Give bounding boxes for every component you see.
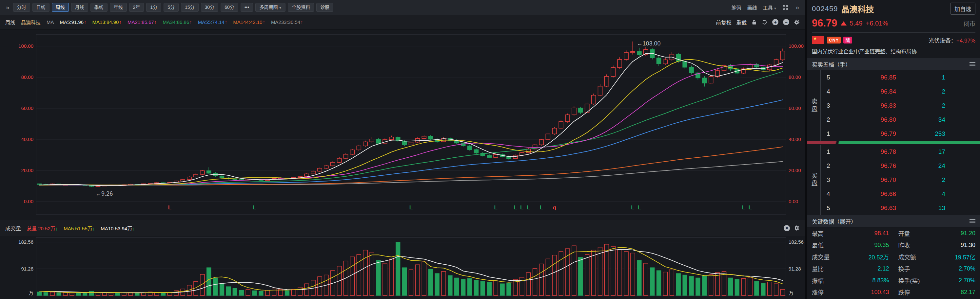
- order-price[interactable]: 96.70: [837, 176, 896, 184]
- event-marker[interactable]: L: [638, 204, 641, 211]
- order-price[interactable]: 96.78: [837, 148, 896, 155]
- key-data-cell: 成交量20.52万: [807, 251, 894, 263]
- key-data-label: 成交额: [898, 253, 916, 261]
- chips-button[interactable]: 筹码: [731, 4, 741, 11]
- price-change-percent: +6.01%: [866, 20, 888, 27]
- key-data-cell: 振幅8.83%: [807, 274, 894, 286]
- stock-profile-button[interactable]: 个股资料: [288, 3, 314, 12]
- event-marker[interactable]: L: [514, 204, 517, 211]
- sector-link[interactable]: 光伏设备：+4.97%: [929, 36, 975, 44]
- period-tab[interactable]: 分时: [13, 3, 30, 12]
- diagnose-button[interactable]: 诊股: [316, 3, 333, 12]
- period-tab[interactable]: 周线: [52, 3, 69, 12]
- order-price[interactable]: 96.66: [837, 190, 896, 198]
- order-volume: 2: [896, 88, 945, 95]
- key-data-title[interactable]: 关键数据（展开）: [812, 217, 856, 225]
- price-chart-svg[interactable]: 100.00100.0080.0080.0060.0060.0040.0040.…: [0, 29, 805, 220]
- zoom-in-icon[interactable]: +: [772, 19, 778, 25]
- event-marker[interactable]: L: [748, 204, 752, 211]
- key-data-grid: 最高98.41开盘91.20最低90.35昨收91.30成交量20.52万成交额…: [807, 227, 980, 298]
- order-book-row[interactable]: 396.832: [821, 98, 980, 112]
- order-book-row[interactable]: 596.851: [821, 70, 980, 84]
- period-toolbar: » 分时日线周线月线季线年线2年1分5分15分30分60分 ••• 多周期图▼ …: [0, 0, 805, 15]
- order-book-row[interactable]: 196.79253: [821, 127, 980, 141]
- event-marker[interactable]: L: [253, 204, 256, 211]
- key-data-label: 最高: [812, 229, 824, 237]
- fullscreen-icon[interactable]: [782, 5, 788, 11]
- order-price[interactable]: 96.63: [837, 204, 896, 212]
- period-tab[interactable]: 年线: [110, 3, 127, 12]
- order-book-row[interactable]: 296.7624: [821, 159, 980, 173]
- order-book-row[interactable]: 196.7817: [821, 145, 980, 159]
- period-tab[interactable]: 季线: [91, 3, 108, 12]
- multi-period-button[interactable]: 多周期图▼: [255, 3, 285, 12]
- order-price[interactable]: 96.84: [837, 88, 896, 95]
- order-book-row[interactable]: 396.702: [821, 173, 980, 187]
- company-description[interactable]: 国内光伏行业企业中产业链完整、结构布局协...: [807, 45, 980, 58]
- tools-button[interactable]: 工具▼: [763, 4, 776, 11]
- key-data-label: 换手: [898, 264, 910, 273]
- up-arrow-icon: ↑: [119, 19, 122, 25]
- ma-value: MA144:42.10↑: [233, 19, 265, 25]
- period-tab[interactable]: 1分: [146, 3, 161, 12]
- collapse-left-icon[interactable]: »: [5, 4, 11, 11]
- order-book-row[interactable]: 296.8034: [821, 112, 980, 127]
- reload-button[interactable]: 重载: [736, 18, 747, 26]
- more-periods-button[interactable]: •••: [240, 3, 253, 12]
- menu-icon[interactable]: [969, 62, 975, 66]
- event-marker[interactable]: L: [494, 204, 497, 211]
- period-tab[interactable]: 60分: [221, 3, 238, 12]
- gear-icon[interactable]: [794, 225, 800, 231]
- order-price[interactable]: 96.80: [837, 116, 896, 123]
- period-tab[interactable]: 30分: [201, 3, 219, 12]
- event-marker[interactable]: q: [553, 204, 556, 211]
- event-marker[interactable]: L: [540, 204, 543, 211]
- key-data-label: 最低: [812, 241, 824, 249]
- undo-icon[interactable]: [762, 19, 768, 25]
- event-marker[interactable]: L: [742, 204, 745, 211]
- ma-value: MA34:86.86↑: [162, 19, 192, 25]
- order-price[interactable]: 96.85: [837, 74, 896, 81]
- volume-indicator-bar: 成交量 总量:20.52万↓ MA5:51.55万↓ MA10:53.94万↓ …: [0, 220, 805, 236]
- period-tab[interactable]: 15分: [181, 3, 199, 12]
- order-volume: 34: [896, 116, 945, 123]
- zoom-out-icon[interactable]: −: [783, 19, 789, 25]
- adjust-mode-button[interactable]: 前复权: [716, 18, 732, 26]
- key-data-value: 19.57亿: [916, 253, 976, 261]
- order-book-row[interactable]: 496.664: [821, 187, 980, 201]
- order-price[interactable]: 96.76: [837, 162, 896, 169]
- event-marker[interactable]: L: [520, 204, 523, 211]
- volume-chart[interactable]: 182.56182.5691.2891.28万万: [0, 236, 805, 299]
- period-tab[interactable]: 月线: [71, 3, 88, 12]
- key-data-cell: 涨停100.43: [807, 286, 894, 298]
- key-data-value: 90.35: [824, 242, 889, 248]
- event-marker[interactable]: L: [168, 204, 172, 211]
- collapse-right-icon[interactable]: »: [794, 4, 800, 11]
- event-marker[interactable]: L: [409, 204, 413, 211]
- event-marker[interactable]: L: [527, 204, 530, 211]
- period-tab[interactable]: 日线: [32, 3, 49, 12]
- candlestick-chart[interactable]: 100.00100.0080.0080.0060.0060.0040.0040.…: [0, 29, 805, 220]
- period-tab[interactable]: 5分: [164, 3, 179, 12]
- price-up-icon: [841, 21, 846, 25]
- key-data-label: 涨停: [812, 288, 824, 296]
- order-price[interactable]: 96.83: [837, 102, 896, 109]
- period-tab[interactable]: 2年: [129, 3, 144, 12]
- gear-icon[interactable]: [794, 19, 800, 25]
- order-book-row[interactable]: 596.6313: [821, 201, 980, 215]
- key-data-label: 换手(实): [898, 276, 920, 285]
- up-arrow-icon: ↑: [301, 19, 303, 25]
- order-price[interactable]: 96.79: [837, 130, 896, 138]
- order-book-row[interactable]: 496.842: [821, 84, 980, 98]
- menu-icon[interactable]: [969, 219, 975, 223]
- add-watchlist-button[interactable]: 加自选: [950, 3, 975, 15]
- order-book-header: 买卖五档（手）: [807, 58, 980, 70]
- volume-chart-svg[interactable]: 182.56182.5691.2891.28万万: [0, 236, 805, 299]
- draw-line-button[interactable]: 画线: [747, 4, 757, 11]
- sell-side-label: 卖盘: [807, 70, 821, 141]
- close-pane-icon[interactable]: ×: [784, 225, 790, 231]
- buy-orders: 买盘 196.7817296.7624396.702496.664596.631…: [807, 145, 980, 215]
- last-price: 96.79: [812, 17, 837, 29]
- lock-icon[interactable]: [751, 19, 757, 25]
- event-marker[interactable]: L: [631, 204, 634, 211]
